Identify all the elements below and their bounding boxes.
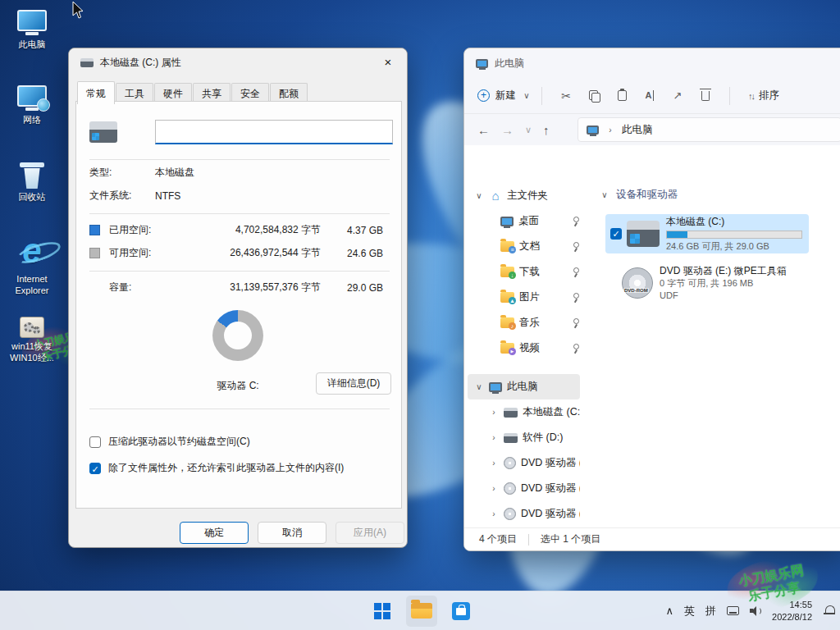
filesystem-row: 文件系统: NTFS (89, 189, 180, 203)
sidebar-item-documents[interactable]: ≡ 文档 (468, 234, 580, 259)
selection-checkbox[interactable]: ✓ (610, 228, 622, 240)
separator (89, 213, 390, 214)
desktop-icon-network[interactable]: 网络 (2, 85, 62, 126)
chevron-right-icon[interactable]: › (489, 484, 499, 493)
taskbar-center-icons (367, 596, 477, 627)
address-bar[interactable]: › 此电脑 (578, 117, 840, 142)
sidebar-item-dvd-e[interactable]: › DVD 驱动器 (E:) (468, 450, 580, 476)
sort-icon: ↑↓ (748, 91, 754, 101)
dialog-title-bar[interactable]: 本地磁盘 (C:) 属性 (69, 48, 407, 76)
sidebar-item-local-disk-c[interactable]: › 本地磁盘 (C:) (468, 399, 580, 425)
documents-folder-icon: ≡ (500, 241, 514, 252)
selected-count: 选中 1 个项目 (541, 532, 600, 546)
ime-english-indicator[interactable]: 英 (684, 604, 695, 619)
sidebar-item-videos[interactable]: ▶ 视频 (468, 336, 580, 361)
pin-icon (571, 267, 580, 277)
paste-button[interactable] (608, 86, 636, 106)
free-space-bytes: 26,436,972,544 字节 (168, 246, 321, 260)
hidden-icons-chevron[interactable]: ∧ (666, 605, 674, 617)
chevron-right-icon[interactable]: › (489, 408, 499, 417)
delete-button[interactable] (692, 86, 719, 106)
back-button[interactable]: ← (477, 123, 490, 137)
type-row: 类型: 本地磁盘 (89, 166, 194, 180)
capacity-bar-fill (667, 231, 687, 238)
chevron-right-icon[interactable]: › (489, 509, 499, 518)
pin-icon (571, 217, 580, 226)
new-button[interactable]: + 新建 ∨ (477, 89, 532, 103)
compress-checkbox[interactable] (89, 436, 101, 448)
compress-checkbox-row[interactable]: 压缩此驱动器以节约磁盘空间(C) (89, 435, 250, 449)
used-space-legend-swatch (89, 225, 100, 235)
start-button[interactable] (367, 596, 398, 627)
capacity-row: 容量: 31,139,557,376 字节 29.0 GB (89, 281, 383, 294)
chevron-down-icon[interactable]: ∨ (474, 382, 484, 391)
cut-button[interactable]: ✂ (552, 86, 580, 106)
close-icon[interactable]: × (369, 48, 407, 75)
sidebar-item-drive-d[interactable]: › 软件 (D:) (468, 425, 580, 450)
chevron-right-icon[interactable]: › (489, 459, 499, 468)
capacity-label: 容量: (109, 281, 168, 294)
desktop-icon-label: 回收站 (19, 192, 46, 203)
sidebar-item-downloads[interactable]: ↓ 下载 (468, 259, 580, 285)
type-value: 本地磁盘 (155, 166, 194, 180)
capacity-bytes: 31,139,557,376 字节 (168, 281, 321, 294)
file-explorer-taskbar-button[interactable] (406, 596, 437, 627)
sidebar-item-dvd-f[interactable]: › DVD 驱动器 (F:) (468, 476, 580, 501)
recent-locations-button[interactable]: ∨ (525, 125, 532, 135)
sidebar-item-music[interactable]: ♪ 音乐 (468, 310, 580, 336)
copy-icon (589, 90, 599, 101)
chevron-down-icon[interactable]: ∨ (474, 191, 484, 200)
type-label: 类型: (89, 166, 155, 180)
sidebar-item-dvd-g[interactable]: › DVD 驱动器 (G:) (468, 501, 580, 527)
up-button[interactable]: ↑ (543, 123, 550, 137)
watermark-stamp-bottom-right: 小刀娱乐网 乐于分享 (737, 562, 808, 605)
explorer-toolbar: + 新建 ∨ ✂ A ↗ ↑↓ 排序 (464, 78, 840, 114)
sort-button[interactable]: ↑↓ 排序 (748, 89, 779, 103)
recycle-bin-icon (20, 162, 44, 189)
sidebar-item-home[interactable]: ∨ ⌂ 主文件夹 (468, 183, 580, 208)
copy-button[interactable] (580, 86, 608, 106)
desktop-icon-win11-restore[interactable]: win11恢复WIN10经... (2, 317, 62, 364)
separator (89, 409, 390, 409)
store-taskbar-button[interactable] (445, 596, 477, 627)
volume-label-input[interactable] (155, 120, 393, 144)
chevron-right-icon[interactable]: › (489, 433, 499, 442)
sidebar-item-desktop[interactable]: 桌面 (468, 208, 580, 234)
desktop-icon-internet-explorer[interactable]: e Internet Explorer (2, 235, 62, 297)
drive-filesystem: UDF (660, 290, 787, 302)
sidebar-item-this-pc[interactable]: ∨ 此电脑 (468, 374, 580, 399)
this-pc-icon (476, 59, 488, 68)
notification-bell-icon[interactable] (824, 605, 835, 616)
explorer-title-bar[interactable]: 此电脑 (464, 48, 840, 78)
desktop-icon-recycle-bin[interactable]: 回收站 (2, 162, 62, 203)
index-checkbox[interactable]: ✓ (89, 463, 101, 474)
touch-keyboard-icon[interactable] (727, 606, 739, 615)
ok-button[interactable]: 确定 (180, 522, 249, 544)
tray-date: 2022/8/12 (772, 611, 812, 623)
details-button[interactable]: 详细信息(D) (316, 372, 391, 395)
rename-button[interactable]: A (636, 86, 664, 106)
apply-button[interactable]: 应用(A) (336, 522, 404, 544)
cancel-button[interactable]: 取消 (258, 522, 326, 544)
screen: 小刀娱乐网 乐于分享 小刀娱乐网 乐于分享 此电脑 网络 回收站 e Inter… (0, 0, 840, 630)
desktop-icon-this-pc[interactable]: 此电脑 (2, 10, 62, 51)
share-button[interactable]: ↗ (664, 86, 692, 106)
breadcrumb-separator-icon: › (605, 126, 615, 135)
drive-tile-dvd-e[interactable]: DVD-ROM DVD 驱动器 (E:) 微PE工具箱 0 字节 可用, 共 1… (605, 260, 809, 306)
drive-tile-local-disk-c[interactable]: ✓ 本地磁盘 (C:) 24.6 GB 可用, 共 29.0 GB (605, 214, 809, 253)
ime-pinyin-indicator[interactable]: 拼 (705, 604, 716, 619)
index-checkbox-row[interactable]: ✓ 除了文件属性外，还允许索引此驱动器上文件的内容(I) (89, 461, 344, 475)
tab-general[interactable]: 常规 (77, 81, 115, 104)
index-checkbox-label: 除了文件属性外，还允许索引此驱动器上文件的内容(I) (108, 461, 344, 475)
drive-icon (627, 221, 660, 247)
music-folder-icon: ♪ (500, 317, 514, 328)
drive-name: DVD 驱动器 (E:) 微PE工具箱 (660, 264, 787, 277)
free-space-row: 可用空间: 26,436,972,544 字节 24.6 GB (89, 246, 383, 260)
breadcrumb-this-pc[interactable]: 此电脑 (622, 123, 653, 137)
group-header-devices-and-drives[interactable]: ∨ 设备和驱动器 (600, 188, 678, 202)
capacity-size: 29.0 GB (321, 282, 383, 294)
forward-button[interactable]: → (501, 123, 514, 137)
trash-icon (701, 91, 710, 101)
drive-icon (504, 408, 518, 418)
sidebar-item-pictures[interactable]: ▲ 图片 (468, 285, 580, 310)
